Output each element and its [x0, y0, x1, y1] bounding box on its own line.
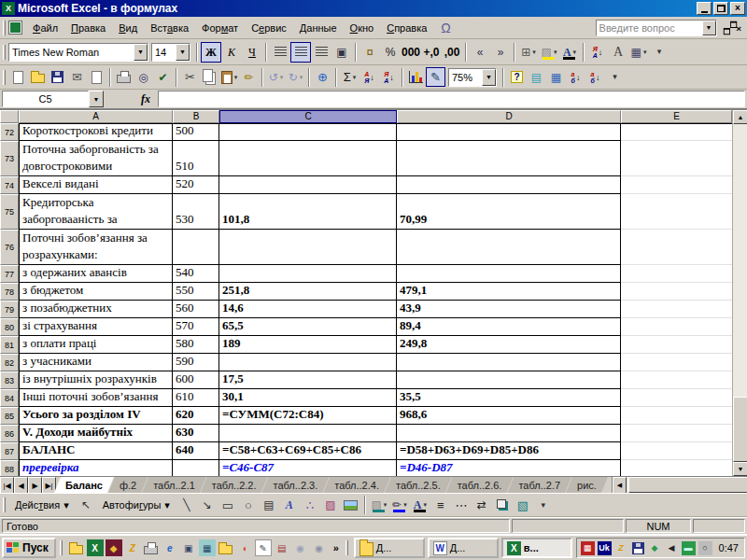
- menu-item-8[interactable]: Справка: [380, 20, 433, 36]
- cell-A80[interactable]: зі страхування: [19, 318, 173, 336]
- rectangle-button[interactable]: ▭: [218, 495, 238, 515]
- cell-E73[interactable]: [621, 141, 732, 176]
- cell-E74[interactable]: [621, 176, 732, 194]
- cell-E80[interactable]: [621, 318, 732, 336]
- sheet-view-button[interactable]: ▤: [527, 67, 546, 87]
- taskbar-window-button-3[interactable]: Xв...: [501, 538, 572, 558]
- cell-B82[interactable]: 590: [173, 354, 219, 371]
- cell-C80[interactable]: 65,5: [219, 318, 397, 336]
- cell-B72[interactable]: 500: [173, 123, 219, 141]
- row-header-72[interactable]: 72: [0, 123, 19, 141]
- cell-A77[interactable]: з одержаних авансів: [19, 265, 173, 283]
- sheet-tab-3[interactable]: табл..2.1: [142, 477, 206, 493]
- cell-C75[interactable]: 101,8: [219, 194, 397, 230]
- column-header-B[interactable]: B: [173, 110, 219, 123]
- scroll-down-button[interactable]: ▼: [733, 462, 747, 476]
- cell-E85[interactable]: [621, 407, 732, 425]
- row-header-85[interactable]: 85: [0, 407, 19, 425]
- quick-launch-overflow-button[interactable]: »: [331, 542, 342, 553]
- cell-C77[interactable]: [219, 265, 397, 283]
- cell-E86[interactable]: [621, 425, 732, 442]
- font-button[interactable]: А: [608, 42, 628, 63]
- cell-E77[interactable]: [621, 265, 732, 283]
- cell-B86[interactable]: 630: [173, 425, 219, 442]
- close-button[interactable]: ×: [730, 2, 745, 15]
- tray-floppy-icon[interactable]: [631, 541, 645, 555]
- cell-E87[interactable]: [621, 442, 732, 460]
- column-header-A[interactable]: A: [19, 110, 173, 123]
- restore-button[interactable]: [713, 2, 728, 15]
- new-button[interactable]: [8, 67, 28, 87]
- quick-launch-excel-icon[interactable]: X: [87, 539, 104, 556]
- quick-launch-key-icon[interactable]: ◆: [106, 539, 122, 556]
- italic-button[interactable]: К: [221, 42, 242, 63]
- taskbar-window-button-2[interactable]: WД...: [428, 538, 499, 558]
- mail-button[interactable]: ✉: [67, 67, 87, 87]
- table-view-button[interactable]: ▦: [546, 67, 566, 87]
- decrease-decimal-button[interactable]: ,00: [442, 42, 462, 63]
- spelling-button[interactable]: ✔: [153, 67, 173, 87]
- cell-A88[interactable]: преревірка: [19, 460, 173, 476]
- quick-launch-calculator-icon[interactable]: ▦: [199, 539, 216, 556]
- cell-D82[interactable]: [397, 354, 621, 371]
- tray-schedule-icon[interactable]: ▦: [581, 541, 595, 555]
- row-header-75[interactable]: 75: [0, 194, 19, 230]
- decrease-indent-button[interactable]: «: [470, 42, 490, 63]
- select-all-corner[interactable]: [0, 110, 19, 123]
- cell-D72[interactable]: [397, 123, 621, 141]
- sort-desc-button[interactable]: ЯА↓: [587, 42, 608, 63]
- menu-item-4[interactable]: Формат: [195, 20, 245, 36]
- percent-button[interactable]: %: [380, 42, 401, 63]
- ab-button[interactable]: аб↓: [566, 67, 585, 87]
- horizontal-scroll-track[interactable]: [627, 477, 733, 493]
- cell-D88[interactable]: =D46-D87: [397, 460, 621, 476]
- quick-launch-folder-icon[interactable]: [68, 539, 85, 556]
- save-button[interactable]: [48, 67, 67, 87]
- menu-item-3[interactable]: Вставка: [144, 20, 195, 36]
- drawing-button[interactable]: ✎: [426, 67, 445, 87]
- diagram-button[interactable]: ∴: [300, 495, 320, 515]
- cell-E72[interactable]: [621, 123, 732, 141]
- sort-desc-button[interactable]: ЯА↓: [379, 67, 399, 87]
- fill-color-button2[interactable]: ▨▾: [369, 495, 389, 515]
- toolbar-grip[interactable]: [3, 21, 6, 35]
- cell-D75[interactable]: 70,99: [397, 194, 621, 230]
- start-button[interactable]: Пуск: [2, 538, 56, 558]
- arrow-button[interactable]: ↘: [197, 495, 218, 515]
- cell-C79[interactable]: 14,6: [219, 301, 397, 318]
- cell-D73[interactable]: [397, 141, 621, 176]
- more-button[interactable]: ▾: [605, 67, 625, 87]
- row-header-78[interactable]: 78: [0, 283, 19, 301]
- insert-function-button[interactable]: fx: [141, 92, 150, 106]
- line-color-button[interactable]: ✏▾: [389, 495, 410, 515]
- cell-E83[interactable]: [621, 371, 732, 389]
- horizontal-scroll-thumb[interactable]: [628, 477, 747, 493]
- cell-E82[interactable]: [621, 354, 732, 371]
- more-button[interactable]: ▾: [649, 42, 669, 63]
- cell-B84[interactable]: 610: [173, 389, 219, 407]
- textbox-button[interactable]: ▤: [259, 495, 279, 515]
- font-name-combobox[interactable]: Times New Roman ▼: [8, 43, 148, 62]
- cell-A87[interactable]: БАЛАНС: [19, 442, 173, 460]
- cell-B76[interactable]: [173, 230, 219, 265]
- font-color-button[interactable]: А▾: [559, 42, 580, 63]
- cell-B83[interactable]: 600: [173, 371, 219, 389]
- cell-D86[interactable]: [397, 425, 621, 442]
- row-header-76[interactable]: 76: [0, 230, 19, 265]
- sheet-tab-7[interactable]: табл..2.5.: [385, 477, 452, 493]
- vertical-scroll-thumb[interactable]: [733, 397, 747, 462]
- minimize-button[interactable]: [697, 2, 712, 15]
- quick-launch-ie-icon[interactable]: e: [162, 539, 178, 556]
- column-header-C[interactable]: C: [219, 110, 397, 123]
- cell-E79[interactable]: [621, 301, 732, 318]
- cell-C87[interactable]: =C58+C63+C69+C85+C86: [219, 442, 397, 460]
- increase-decimal-button[interactable]: +,0: [421, 42, 442, 63]
- clipart-button[interactable]: ▨: [320, 495, 341, 515]
- toolbar-grip[interactable]: [3, 70, 6, 85]
- sheet-tab-5[interactable]: табл..2.3.: [262, 477, 330, 493]
- ab2-button[interactable]: аб↓: [585, 67, 605, 87]
- row-header-73[interactable]: 73: [0, 141, 19, 176]
- language-indicator[interactable]: Uk: [598, 541, 612, 555]
- borders-button[interactable]: ⊞▾: [518, 42, 539, 63]
- cell-D84[interactable]: 35,5: [397, 389, 621, 407]
